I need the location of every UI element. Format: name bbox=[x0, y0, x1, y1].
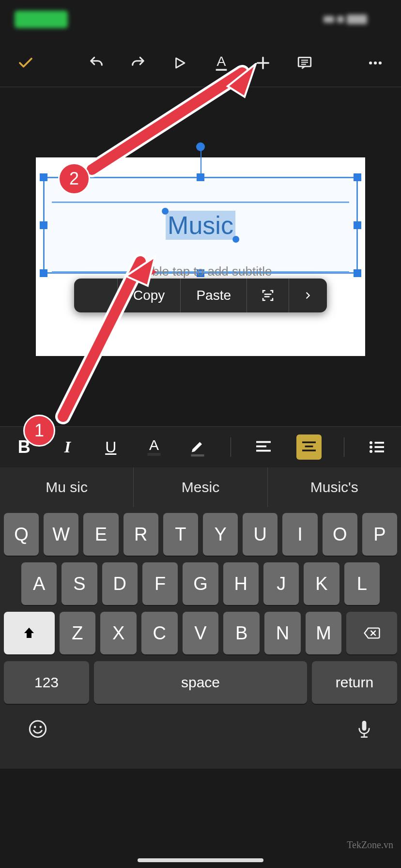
key-j[interactable]: J bbox=[263, 562, 299, 605]
svg-point-6 bbox=[369, 61, 372, 64]
align-center-button[interactable] bbox=[296, 434, 322, 460]
context-more-icon[interactable] bbox=[289, 279, 327, 312]
keyboard-row-4: 123 space return bbox=[4, 661, 397, 704]
annotation-arrow-2 bbox=[82, 63, 266, 179]
key-h[interactable]: H bbox=[223, 562, 259, 605]
key-e[interactable]: E bbox=[83, 513, 118, 556]
text-color-button[interactable]: A bbox=[144, 436, 165, 458]
svg-rect-14 bbox=[191, 454, 204, 457]
svg-text:A: A bbox=[149, 437, 159, 453]
key-backspace[interactable] bbox=[346, 612, 397, 654]
svg-rect-30 bbox=[362, 721, 367, 731]
format-separator-1 bbox=[231, 437, 231, 457]
title-text-selected[interactable]: Music bbox=[166, 211, 235, 240]
key-y[interactable]: Y bbox=[203, 513, 238, 556]
key-t[interactable]: T bbox=[163, 513, 198, 556]
key-z[interactable]: Z bbox=[60, 612, 96, 654]
format-separator-2 bbox=[344, 437, 344, 457]
key-b[interactable]: B bbox=[223, 612, 260, 654]
svg-point-8 bbox=[379, 61, 382, 64]
svg-point-27 bbox=[30, 721, 46, 737]
key-g[interactable]: G bbox=[183, 562, 218, 605]
keyboard-row-2: A S D F G H J K L bbox=[4, 562, 397, 605]
format-bar: B I U A bbox=[0, 426, 401, 467]
dictation-button[interactable] bbox=[355, 719, 373, 769]
key-k[interactable]: K bbox=[304, 562, 339, 605]
keyboard-bottom-row bbox=[4, 711, 397, 769]
keyboard-row-3: Z X C V B N M bbox=[4, 612, 397, 654]
key-p[interactable]: P bbox=[362, 513, 397, 556]
text-selection-start[interactable] bbox=[162, 208, 169, 215]
resize-handle-br[interactable] bbox=[354, 269, 361, 277]
suggestion-1[interactable]: Mu sic bbox=[0, 467, 134, 507]
keyboard-suggestions: Mu sic Mesic Music's bbox=[0, 467, 401, 507]
on-screen-keyboard: Q W E R T Y U I O P A S D F G H J K L Z … bbox=[0, 507, 401, 769]
key-s[interactable]: S bbox=[62, 562, 97, 605]
key-o[interactable]: O bbox=[323, 513, 357, 556]
key-c[interactable]: C bbox=[141, 612, 178, 654]
context-paste[interactable]: Paste bbox=[181, 279, 247, 312]
resize-handle-tr[interactable] bbox=[354, 173, 361, 181]
svg-point-29 bbox=[40, 726, 42, 728]
underline-button[interactable]: U bbox=[100, 436, 122, 458]
annotation-marker-2: 2 bbox=[58, 163, 90, 195]
home-indicator[interactable] bbox=[138, 858, 263, 862]
key-v[interactable]: V bbox=[183, 612, 219, 654]
key-d[interactable]: D bbox=[102, 562, 138, 605]
svg-point-23 bbox=[370, 446, 372, 449]
text-selection-end[interactable] bbox=[232, 236, 239, 243]
key-return[interactable]: return bbox=[312, 661, 397, 704]
keyboard-row-1: Q W E R T Y U I O P bbox=[4, 513, 397, 556]
key-m[interactable]: M bbox=[306, 612, 342, 654]
status-carrier bbox=[15, 11, 68, 28]
key-w[interactable]: W bbox=[44, 513, 78, 556]
suggestion-2[interactable]: Mesic bbox=[134, 467, 267, 507]
title-guide-top bbox=[52, 202, 349, 203]
key-i[interactable]: I bbox=[282, 513, 317, 556]
key-f[interactable]: F bbox=[142, 562, 178, 605]
comments-button[interactable] bbox=[293, 52, 316, 74]
svg-point-21 bbox=[370, 441, 372, 444]
italic-button[interactable]: I bbox=[57, 436, 78, 458]
bullet-list-button[interactable] bbox=[367, 436, 388, 458]
svg-point-7 bbox=[374, 61, 377, 64]
key-shift[interactable] bbox=[4, 612, 55, 654]
annotation-marker-1: 1 bbox=[23, 415, 55, 447]
key-l[interactable]: L bbox=[344, 562, 380, 605]
resize-handle-ml[interactable] bbox=[40, 221, 47, 229]
more-button[interactable] bbox=[364, 52, 386, 74]
key-r[interactable]: R bbox=[123, 513, 158, 556]
emoji-button[interactable] bbox=[28, 719, 47, 769]
resize-handle-tl[interactable] bbox=[40, 173, 47, 181]
status-indicators bbox=[324, 12, 386, 27]
align-left-button[interactable] bbox=[253, 436, 274, 458]
key-n[interactable]: N bbox=[264, 612, 301, 654]
suggestion-3[interactable]: Music's bbox=[268, 467, 401, 507]
watermark: TekZone.vn bbox=[347, 839, 393, 851]
title-text-value: Music bbox=[168, 211, 233, 239]
highlight-button[interactable] bbox=[187, 436, 208, 458]
context-scan-icon[interactable] bbox=[247, 279, 289, 312]
key-q[interactable]: Q bbox=[4, 513, 39, 556]
key-a[interactable]: A bbox=[21, 562, 57, 605]
key-u[interactable]: U bbox=[243, 513, 278, 556]
key-x[interactable]: X bbox=[100, 612, 137, 654]
key-space[interactable]: space bbox=[94, 661, 307, 704]
annotation-arrow-1 bbox=[53, 252, 189, 426]
svg-point-25 bbox=[370, 450, 372, 453]
resize-handle-mr[interactable] bbox=[354, 221, 361, 229]
done-button[interactable] bbox=[15, 52, 37, 74]
svg-point-28 bbox=[34, 726, 36, 728]
status-bar bbox=[0, 0, 401, 39]
svg-rect-13 bbox=[148, 453, 161, 456]
resize-handle-bl[interactable] bbox=[40, 269, 47, 277]
key-numbers[interactable]: 123 bbox=[4, 661, 89, 704]
